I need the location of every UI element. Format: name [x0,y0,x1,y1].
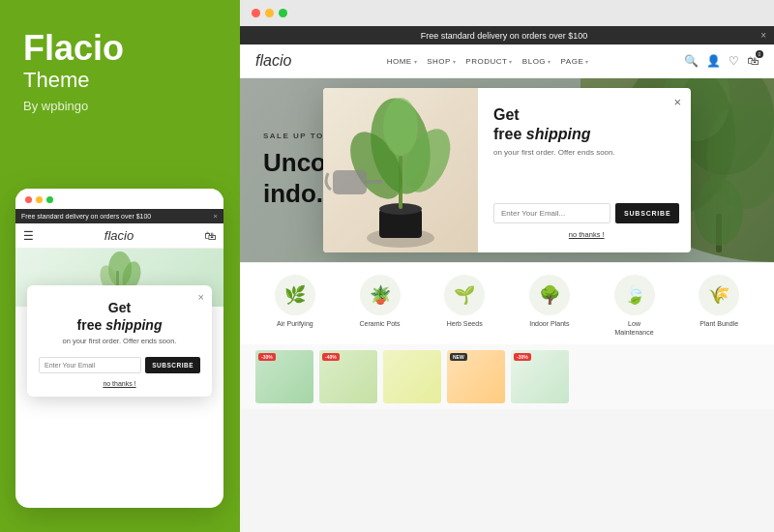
category-label-low: LowMaintenance [614,319,653,337]
category-label-seeds: Herb Seeds [447,319,483,328]
nav-link-blog[interactable]: BLOG ▾ [522,57,551,66]
desktop-navbar: flacio HOME ▾ SHOP ▾ PRODUCT ▾ BLOG ▾ PA… [240,44,774,78]
product-badge-1: -30% [258,353,276,361]
desktop-nav-icons: 🔍 👤 ♡ 🛍0 [684,54,759,68]
desktop-mockup: Free standard delivery on orders over $1… [240,0,774,532]
svg-rect-20 [364,180,383,184]
mobile-nothanks-link[interactable]: no thanks ! [39,380,200,387]
nav-link-shop[interactable]: SHOP ▾ [427,57,456,66]
popup-form-area: SUBSCRIBE no thanks ! [493,203,679,239]
left-panel: Flacio Theme By wpbingo Free standard de… [0,0,232,532]
dot-red [25,196,32,203]
desktop-announce-bar: Free standard delivery on orders over $1… [240,26,774,44]
mobile-announce-close[interactable]: × [213,212,218,221]
category-label-air: Air Purifying [277,319,313,328]
mobile-body: × Get free shipping on your first order.… [15,249,223,508]
product-card-4[interactable]: NEW [447,350,505,403]
desktop-popup: × Get free shipping on your first order.… [323,88,691,252]
desktop-announce-close-button[interactable]: × [760,30,766,41]
category-label-indoor: Indoor Plants [529,319,569,328]
desktop-hero: SALE UP TO 30% OFF Uncomplicate indo... [240,78,774,262]
brand-title: Flacio [23,29,209,68]
desktop-announce-text: Free standard delivery on orders over $1… [248,31,760,41]
category-herb-seeds[interactable]: 🌱 Herb Seeds [425,275,504,337]
desktop-site: Free standard delivery on orders over $1… [240,26,774,529]
desktop-products-row: -30% -40% NEW -30% [240,344,774,409]
brand-by: By wpbingo [23,99,209,113]
category-icon-pots: 🪴 [360,275,401,315]
mobile-announce-text: Free standard delivery on orders over $1… [21,213,151,220]
dot-yellow [36,196,43,203]
popup-close-button[interactable]: × [673,95,681,109]
mobile-popup-close-button[interactable]: × [198,291,204,303]
product-badge-4: NEW [450,353,467,361]
svg-rect-19 [333,170,367,194]
product-badge-5: -30% [514,353,531,361]
mobile-popup-title: Get free shipping [39,299,200,334]
category-low-maintenance[interactable]: 🍃 LowMaintenance [595,275,674,337]
category-icon-low: 🍃 [614,275,655,315]
search-icon[interactable]: 🔍 [684,54,699,68]
desktop-categories: 🌿 Air Purifying 🪴 Ceramic Pots 🌱 Herb Se… [240,262,774,344]
dot-green [46,196,53,203]
product-card-1[interactable]: -30% [255,350,313,403]
product-card-3[interactable] [383,350,441,403]
category-icon-air: 🌿 [275,275,315,315]
mobile-cart-icon[interactable]: 🛍 [204,229,216,243]
category-label-bundle: Plant Bundle [700,319,738,328]
mobile-subscribe-button[interactable]: SUBSCRIBE [145,357,200,373]
popup-description: on your first order. Offer ends soon. [493,147,679,159]
wishlist-icon[interactable]: ♡ [729,54,739,68]
popup-email-input[interactable] [493,203,610,223]
brand-subtitle: Theme [23,68,209,93]
cart-icon[interactable]: 🛍0 [747,54,759,68]
popup-plant-image [323,88,478,252]
mobile-popup-subtitle: on your first order. Offer ends soon. [39,337,200,347]
category-label-pots: Ceramic Pots [360,319,401,328]
nav-link-product[interactable]: PRODUCT ▾ [465,57,513,66]
category-icon-seeds: 🌱 [444,275,485,315]
account-icon[interactable]: 👤 [706,54,721,68]
popup-form-row: SUBSCRIBE [493,203,679,223]
desktop-nav-links: HOME ▾ SHOP ▾ PRODUCT ▾ BLOG ▾ PAGE ▾ [387,57,589,66]
popup-visual [323,88,478,252]
category-icon-bundle: 🌾 [699,275,739,315]
popup-nothanks-link[interactable]: no thanks ! [493,230,679,239]
mobile-logo: flacio [104,228,134,243]
popup-content: × Get free shipping on your first order.… [478,88,691,252]
mobile-announce-bar: Free standard delivery on orders over $1… [15,209,223,223]
mobile-navbar: ☰ flacio 🛍 [15,223,223,249]
desktop-dot-green [279,9,287,17]
product-card-2[interactable]: -40% [319,350,377,403]
mobile-hamburger-icon[interactable]: ☰ [23,229,34,243]
desktop-logo: flacio [255,52,291,70]
cart-badge: 0 [756,50,763,58]
desktop-titlebar [240,0,774,26]
category-icon-indoor: 🌳 [529,275,570,315]
svg-point-18 [383,98,418,156]
nav-link-page[interactable]: PAGE ▾ [561,57,589,66]
mobile-popup: × Get free shipping on your first order.… [27,285,212,397]
popup-subscribe-button[interactable]: SUBSCRIBE [615,203,679,223]
mobile-titlebar [15,189,223,209]
popup-title-text: Get free shipping [493,105,679,144]
popup-heading: Get free shipping on your first order. O… [493,105,679,168]
desktop-dot-red [252,9,260,17]
product-badge-2: -40% [322,353,340,361]
mobile-popup-form: SUBSCRIBE [39,357,200,373]
mobile-mockup: Free standard delivery on orders over $1… [15,189,223,508]
nav-link-home[interactable]: HOME ▾ [387,57,418,66]
category-plant-bundle[interactable]: 🌾 Plant Bundle [679,275,759,337]
category-indoor-plants[interactable]: 🌳 Indoor Plants [510,275,589,337]
desktop-popup-overlay: × Get free shipping on your first order.… [240,78,774,262]
category-ceramic-pots[interactable]: 🪴 Ceramic Pots [341,275,420,337]
desktop-dot-yellow [265,9,274,17]
product-card-5[interactable]: -30% [511,350,569,403]
category-air-purifying[interactable]: 🌿 Air Purifying [255,275,335,337]
mobile-email-input[interactable] [39,357,141,373]
